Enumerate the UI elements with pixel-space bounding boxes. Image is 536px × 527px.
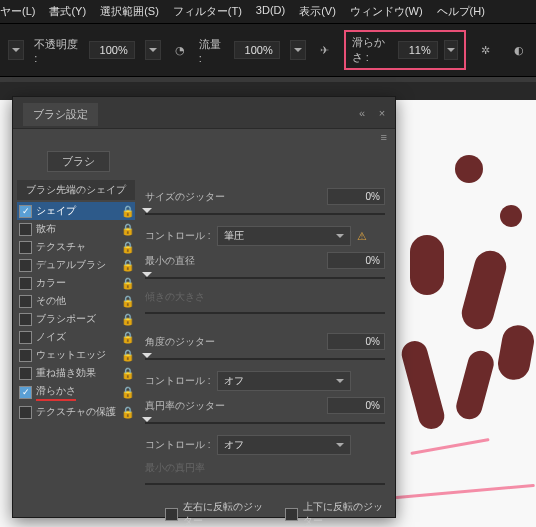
brush-stroke <box>410 438 489 455</box>
flip-x-checkbox[interactable]: 左右に反転のジッター <box>165 500 265 527</box>
size-jitter-label: サイズのジッター <box>145 190 319 204</box>
brush-tip-shape[interactable]: ブラシ先端のシェイプ <box>17 180 135 200</box>
roundness-control-select[interactable]: オフ <box>217 435 351 455</box>
category-checkbox[interactable] <box>19 241 32 254</box>
size-jitter-value[interactable]: 0% <box>327 188 385 205</box>
roundness-jitter-label: 真円率のジッター <box>145 399 319 413</box>
control-label: コントロール : <box>145 229 211 243</box>
category-checkbox[interactable] <box>19 331 32 344</box>
brush-stroke <box>410 235 444 295</box>
smoothing-highlight: 滑らかさ : 11% <box>344 30 467 70</box>
menu-window[interactable]: ウィンドウ(W) <box>350 4 423 19</box>
lock-icon[interactable]: 🔒 <box>121 259 133 272</box>
category-その他[interactable]: その他🔒 <box>17 292 135 310</box>
category-label: カラー <box>36 276 117 290</box>
category-テクスチャの保護[interactable]: テクスチャの保護🔒 <box>17 403 135 421</box>
category-label: 散布 <box>36 222 117 236</box>
lock-icon[interactable]: 🔒 <box>121 277 133 290</box>
gear-icon[interactable]: ✲ <box>476 40 494 60</box>
close-panel-icon[interactable]: × <box>375 107 389 119</box>
category-滑らかさ[interactable]: 滑らかさ🔒 <box>17 382 135 403</box>
lock-icon[interactable]: 🔒 <box>121 386 133 399</box>
opacity-dropdown[interactable] <box>145 40 161 60</box>
angle-jitter-value[interactable]: 0% <box>327 333 385 350</box>
category-label: テクスチャの保護 <box>36 405 117 419</box>
opacity-label: 不透明度 : <box>34 37 79 64</box>
angle-jitter-slider[interactable] <box>145 353 385 365</box>
min-diameter-label: 最小の直径 <box>145 254 319 268</box>
category-list: ブラシ先端のシェイプ シェイプ🔒散布🔒テクスチャ🔒デュアルブラシ🔒カラー🔒その他… <box>13 178 135 527</box>
lock-icon[interactable]: 🔒 <box>121 331 133 344</box>
category-label: 滑らかさ <box>36 384 117 401</box>
menu-layer[interactable]: ヤー(L) <box>0 4 35 19</box>
category-デュアルブラシ[interactable]: デュアルブラシ🔒 <box>17 256 135 274</box>
category-checkbox[interactable] <box>19 313 32 326</box>
airbrush-icon[interactable]: ✈ <box>316 40 334 60</box>
lock-icon[interactable]: 🔒 <box>121 367 133 380</box>
angle-control-select[interactable]: オフ <box>217 371 351 391</box>
lock-icon[interactable]: 🔒 <box>121 313 133 326</box>
category-checkbox[interactable] <box>19 277 32 290</box>
smoothing-input[interactable]: 11% <box>398 41 438 59</box>
menu-format[interactable]: 書式(Y) <box>49 4 86 19</box>
category-checkbox[interactable] <box>19 367 32 380</box>
lock-icon[interactable]: 🔒 <box>121 349 133 362</box>
menu-help[interactable]: ヘルプ(H) <box>437 4 485 19</box>
size-jitter-slider[interactable] <box>145 208 385 220</box>
panel-tab-title[interactable]: ブラシ設定 <box>23 103 98 126</box>
lock-icon[interactable]: 🔒 <box>121 295 133 308</box>
category-重ね描き効果[interactable]: 重ね描き効果🔒 <box>17 364 135 382</box>
menu-select[interactable]: 選択範囲(S) <box>100 4 159 19</box>
tilt-scale-label: 傾きの大きさ <box>145 291 205 302</box>
category-checkbox[interactable] <box>19 205 32 218</box>
menu-3d[interactable]: 3D(D) <box>256 4 285 19</box>
category-ノイズ[interactable]: ノイズ🔒 <box>17 328 135 346</box>
tool-options-bar: 不透明度 : 100% ◔ 流量 : 100% ✈ 滑らかさ : 11% ✲ ◐ <box>0 24 536 77</box>
brush-stroke <box>453 348 496 422</box>
category-カラー[interactable]: カラー🔒 <box>17 274 135 292</box>
brush-pressure-size-icon[interactable]: ◐ <box>510 40 528 60</box>
brushes-button[interactable]: ブラシ <box>47 151 110 172</box>
lock-icon[interactable]: 🔒 <box>121 241 133 254</box>
lock-icon[interactable]: 🔒 <box>121 205 133 218</box>
menu-view[interactable]: 表示(V) <box>299 4 336 19</box>
category-checkbox[interactable] <box>19 259 32 272</box>
category-ブラシポーズ[interactable]: ブラシポーズ🔒 <box>17 310 135 328</box>
collapse-icon[interactable]: « <box>355 107 369 119</box>
opacity-input[interactable]: 100% <box>89 41 135 59</box>
opacity-pressure-icon[interactable]: ◔ <box>171 40 189 60</box>
min-diameter-value[interactable]: 0% <box>327 252 385 269</box>
category-checkbox[interactable] <box>19 295 32 308</box>
lock-icon[interactable]: 🔒 <box>121 406 133 419</box>
category-シェイプ[interactable]: シェイプ🔒 <box>17 202 135 220</box>
smoothing-dropdown[interactable] <box>444 40 459 60</box>
flow-dropdown[interactable] <box>290 40 306 60</box>
min-diameter-slider[interactable] <box>145 272 385 284</box>
panel-header[interactable]: ブラシ設定 « × <box>13 97 395 129</box>
menu-icon[interactable]: ≡ <box>13 129 395 145</box>
category-checkbox[interactable] <box>19 349 32 362</box>
flow-label: 流量 : <box>199 37 224 64</box>
category-ウェットエッジ[interactable]: ウェットエッジ🔒 <box>17 346 135 364</box>
category-checkbox[interactable] <box>19 386 32 399</box>
category-label: シェイプ <box>36 204 117 218</box>
category-散布[interactable]: 散布🔒 <box>17 220 135 238</box>
category-checkbox[interactable] <box>19 406 32 419</box>
category-label: デュアルブラシ <box>36 258 117 272</box>
roundness-jitter-value[interactable]: 0% <box>327 397 385 414</box>
flip-y-checkbox[interactable]: 上下に反転のジッター <box>285 500 385 527</box>
menu-filter[interactable]: フィルター(T) <box>173 4 242 19</box>
lock-icon[interactable]: 🔒 <box>121 223 133 236</box>
size-control-select[interactable]: 筆圧 <box>217 226 351 246</box>
category-checkbox[interactable] <box>19 223 32 236</box>
brush-stroke <box>500 205 522 227</box>
category-label: ウェットエッジ <box>36 348 117 362</box>
flow-input[interactable]: 100% <box>234 41 280 59</box>
category-テクスチャ[interactable]: テクスチャ🔒 <box>17 238 135 256</box>
brush-stroke <box>455 155 483 183</box>
brush-preset-dropdown[interactable] <box>8 40 24 60</box>
menubar: ヤー(L) 書式(Y) 選択範囲(S) フィルター(T) 3D(D) 表示(V)… <box>0 0 536 24</box>
category-label: 重ね描き効果 <box>36 366 117 380</box>
smoothing-label: 滑らかさ : <box>352 35 392 65</box>
roundness-jitter-slider[interactable] <box>145 417 385 429</box>
